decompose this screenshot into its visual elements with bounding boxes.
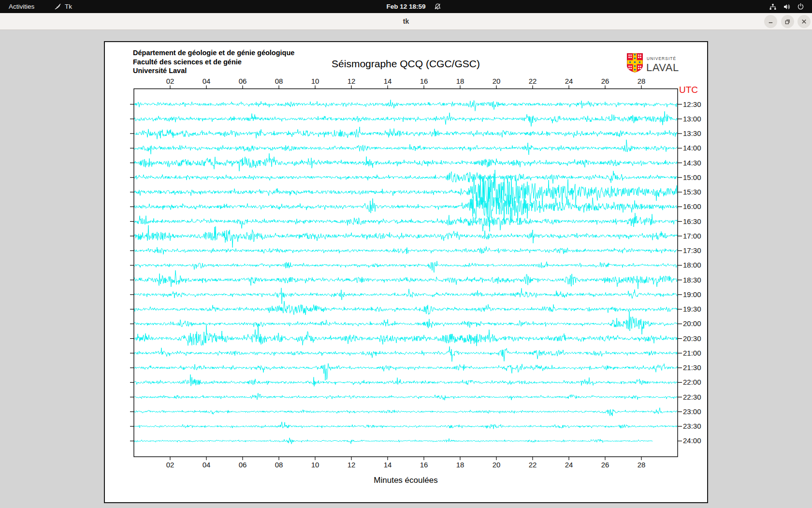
power-icon [797, 3, 804, 10]
x-tick-label-bottom: 18 [456, 461, 464, 469]
x-tick-label-bottom: 20 [493, 461, 501, 469]
row-time-label: 16:30 [683, 217, 701, 225]
row-time-label: 13:00 [683, 115, 701, 123]
seismogram-trace-15:00 [134, 171, 678, 185]
seismogram-trace-20:30 [134, 324, 678, 346]
clock-label: Feb 12 18:59 [386, 3, 425, 10]
seismogram-trace-22:00 [134, 374, 678, 387]
close-icon [800, 18, 808, 25]
x-tick-label-top: 22 [529, 77, 537, 85]
seismogram-trace-14:00 [134, 140, 678, 155]
plot-border [134, 89, 678, 457]
row-time-label: 14:00 [683, 144, 701, 152]
row-time-label: 24:00 [683, 436, 701, 445]
utc-label: UTC [679, 85, 698, 95]
gnome-top-bar: Activities Tk Feb 12 18:59 [0, 0, 812, 13]
x-tick-label-top: 02 [166, 77, 174, 85]
tk-app-menu[interactable]: Tk [54, 0, 72, 13]
window-title: tk [0, 13, 812, 30]
tk-app-label: Tk [65, 3, 72, 10]
row-time-label: 17:30 [683, 246, 701, 254]
tick-group [130, 86, 682, 461]
x-tick-label-bottom: 08 [275, 461, 283, 469]
system-status-area[interactable] [769, 0, 804, 13]
seismogram-trace-18:00 [134, 261, 678, 273]
window-titlebar: tk [0, 13, 812, 30]
maximize-button[interactable] [781, 15, 794, 28]
seismogram-trace-23:00 [134, 408, 678, 416]
seismogram-trace-18:30 [134, 270, 678, 289]
seismogram-plot: 0202040406060808101012121414161618182020… [104, 41, 708, 503]
desktop: Activities Tk Feb 12 18:59 [0, 0, 812, 508]
row-time-label: 15:30 [683, 188, 701, 196]
trace-group [134, 100, 678, 444]
x-tick-label-bottom: 10 [311, 461, 319, 469]
x-tick-label-top: 04 [203, 77, 211, 85]
seismogram-trace-21:30 [134, 363, 678, 380]
row-time-label: 15:00 [683, 173, 701, 181]
activities-label: Activities [9, 3, 34, 10]
row-time-label: 14:30 [683, 159, 701, 167]
x-tick-label-top: 20 [493, 77, 501, 85]
row-time-label: 18:00 [683, 261, 701, 269]
row-time-label: 18:30 [683, 276, 701, 284]
x-axis-label: Minutes écoulées [134, 476, 678, 485]
row-time-label: 21:30 [683, 363, 701, 372]
row-time-label: 22:00 [683, 378, 701, 386]
x-tick-label-bottom: 14 [384, 461, 392, 469]
x-tick-label-bottom: 28 [638, 461, 646, 469]
row-time-label: 23:30 [683, 422, 701, 430]
row-time-label: 21:00 [683, 349, 701, 357]
seismogram-trace-23:30 [134, 422, 678, 429]
seismogram-trace-12:30 [134, 100, 678, 111]
row-time-label: 19:30 [683, 305, 701, 313]
seismograph-canvas: Département de géologie et de génie géol… [104, 41, 708, 503]
x-tick-label-top: 16 [420, 77, 428, 85]
close-button[interactable] [798, 15, 811, 28]
x-tick-label-top: 10 [311, 77, 319, 85]
row-time-label: 17:00 [683, 232, 701, 240]
x-tick-label-bottom: 12 [348, 461, 356, 469]
activities-button[interactable]: Activities [9, 0, 34, 13]
seismogram-trace-17:00 [134, 225, 678, 248]
seismogram-trace-20:00 [134, 311, 678, 334]
restore-icon [784, 18, 791, 25]
row-time-label: 20:30 [683, 334, 701, 343]
x-tick-label-bottom: 24 [565, 461, 573, 469]
row-time-label: 16:00 [683, 202, 701, 210]
x-tick-label-top: 08 [275, 77, 283, 85]
row-time-label: 23:00 [683, 407, 701, 416]
x-tick-label-bottom: 06 [239, 461, 247, 469]
x-tick-label-top: 24 [565, 77, 573, 85]
seismogram-trace-13:00 [134, 111, 678, 126]
x-tick-label-bottom: 22 [529, 461, 537, 469]
window-content: Département de géologie et de génie géol… [0, 30, 812, 508]
seismogram-trace-21:00 [134, 346, 678, 361]
x-tick-label-top: 12 [348, 77, 356, 85]
seismogram-trace-17:30 [134, 247, 678, 254]
seismogram-trace-19:00 [134, 288, 678, 304]
minimize-button[interactable] [764, 15, 777, 28]
x-tick-label-top: 18 [456, 77, 464, 85]
seismogram-trace-14:30 [134, 153, 678, 171]
x-tick-label-top: 26 [601, 77, 609, 85]
minimize-icon [767, 18, 774, 25]
seismogram-trace-13:30 [134, 127, 678, 139]
x-tick-label-top: 28 [638, 77, 646, 85]
x-tick-label-bottom: 26 [601, 461, 609, 469]
seismogram-trace-22:30 [134, 393, 678, 401]
row-time-label: 13:30 [683, 129, 701, 137]
x-tick-label-bottom: 04 [203, 461, 211, 469]
notifications-disabled-icon [434, 0, 441, 13]
volume-icon [783, 3, 791, 11]
row-time-label: 12:30 [683, 100, 701, 108]
tk-feather-icon [54, 3, 61, 10]
network-wired-icon [769, 3, 777, 11]
row-time-label: 19:00 [683, 290, 701, 299]
x-tick-label-bottom: 02 [166, 461, 174, 469]
row-time-label: 20:00 [683, 319, 701, 328]
seismogram-trace-19:30 [134, 301, 678, 315]
x-tick-label-bottom: 16 [420, 461, 428, 469]
seismogram-trace-24:00 [134, 438, 652, 444]
clock-menu[interactable]: Feb 12 18:59 [386, 0, 425, 13]
